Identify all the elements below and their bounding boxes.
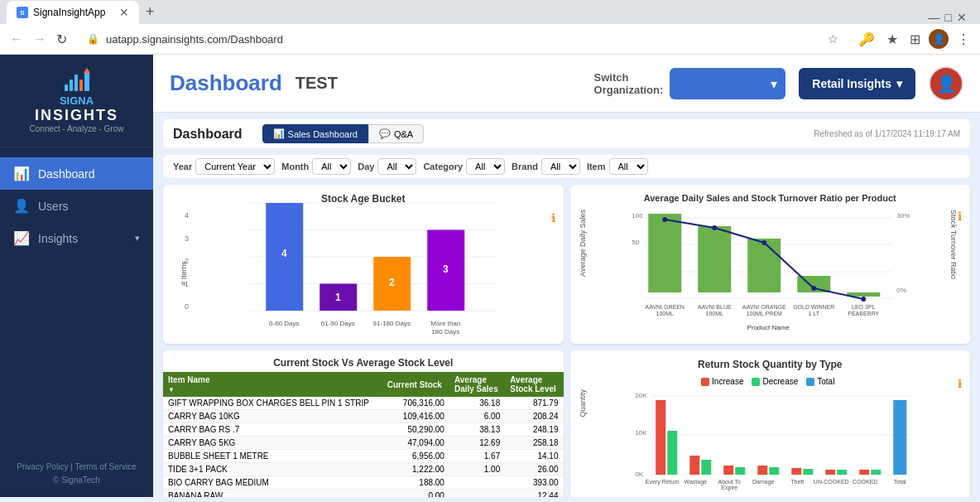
legend-total-label: Total bbox=[817, 377, 834, 386]
chart2-info-icon[interactable]: ℹ bbox=[958, 210, 962, 223]
refresh-button[interactable]: ↻ bbox=[53, 30, 70, 49]
category-label: Category bbox=[423, 162, 463, 171]
legend-total-icon bbox=[806, 378, 814, 386]
main-header: Dashboard TEST SwitchOrganization: ▾ Ret… bbox=[153, 55, 980, 113]
star-icon[interactable]: ☆ bbox=[828, 32, 838, 46]
day-select[interactable]: All bbox=[377, 158, 416, 175]
svg-rect-55 bbox=[689, 456, 699, 475]
cell-item-name: BANANA RAW bbox=[163, 490, 382, 498]
profile-button[interactable]: 👤 bbox=[929, 29, 949, 49]
sidebar-item-dashboard[interactable]: 📊 Dashboard bbox=[0, 157, 153, 190]
svg-text:PEABERRY: PEABERRY bbox=[848, 311, 879, 316]
retail-insights-button[interactable]: Retail Insights ▾ bbox=[799, 68, 915, 99]
sidebar-item-users[interactable]: 👤 Users bbox=[0, 190, 153, 222]
bookmark-button[interactable]: ★ bbox=[883, 30, 901, 49]
cell-avg: 26.00 bbox=[505, 463, 563, 476]
table-row: BIO CARRY BAG MEDIUM 188.00 393.00 bbox=[163, 476, 564, 490]
tab-qna-label: Q&A bbox=[394, 129, 413, 139]
day-filter: Day All bbox=[358, 158, 416, 175]
svg-text:AAVNI ORANGE: AAVNI ORANGE bbox=[742, 304, 785, 310]
bottom-row: Current Stock Vs Average Stock Level Ite… bbox=[163, 350, 970, 497]
maximize-button[interactable]: □ bbox=[945, 11, 952, 24]
svg-text:0%: 0% bbox=[896, 287, 906, 294]
app-wrapper: SIGNA INSIGHTS Connect - Analyze - Grow … bbox=[0, 55, 980, 497]
year-filter: Year Current Year bbox=[173, 158, 275, 175]
privacy-policy-link[interactable]: Privacy Policy bbox=[17, 462, 68, 471]
svg-text:4: 4 bbox=[281, 248, 287, 259]
users-icon: 👤 bbox=[13, 198, 30, 214]
svg-text:2: 2 bbox=[389, 277, 395, 288]
tab-view-button[interactable]: ⊞ bbox=[906, 30, 924, 49]
svg-text:61-90 Days: 61-90 Days bbox=[321, 320, 355, 327]
svg-text:100ML: 100ML bbox=[656, 311, 674, 316]
category-select[interactable]: All bbox=[466, 158, 505, 175]
cell-daily: 1.67 bbox=[449, 450, 505, 463]
address-bar[interactable]: 🔒 uatapp.signainsights.com/Dashboard ☆ bbox=[77, 27, 848, 51]
chart2-svg: 100 50 30% 0% bbox=[590, 210, 947, 330]
svg-text:100: 100 bbox=[632, 212, 643, 220]
tab-close-button[interactable]: ✕ bbox=[119, 6, 129, 19]
chart1-info-icon[interactable]: ℹ bbox=[551, 211, 555, 224]
user-avatar[interactable]: 👤 bbox=[929, 66, 963, 101]
sidebar-item-insights-label: Insights bbox=[38, 232, 78, 245]
item-label: Item bbox=[587, 162, 606, 171]
sidebar-item-insights[interactable]: 📈 Insights ▾ bbox=[0, 222, 153, 254]
cell-item-name: CARRY BAG 10KG bbox=[163, 410, 382, 423]
avg-sales-chart-card: Average Daily Sales and Stock Turnover R… bbox=[570, 185, 971, 344]
svg-text:Wastage: Wastage bbox=[684, 479, 706, 485]
sidebar-item-dashboard-label: Dashboard bbox=[38, 167, 95, 181]
cell-daily: 12.69 bbox=[449, 437, 505, 450]
extensions-button[interactable]: 🔑 bbox=[855, 30, 878, 49]
tab-qna[interactable]: 💬 Q&A bbox=[368, 124, 424, 143]
cell-daily bbox=[449, 490, 505, 498]
return-stock-chart-card: Return Stock Quantity by Type ℹ Increase… bbox=[570, 350, 971, 497]
tab-title: SignaInsightApp bbox=[33, 7, 105, 18]
org-select-dropdown[interactable] bbox=[670, 68, 785, 99]
svg-text:AAVNI BLUE: AAVNI BLUE bbox=[697, 304, 731, 310]
svg-rect-59 bbox=[757, 466, 767, 475]
chart3-info-icon[interactable]: ℹ bbox=[958, 377, 962, 390]
svg-text:30%: 30% bbox=[896, 212, 910, 220]
new-tab-button[interactable]: + bbox=[139, 0, 161, 24]
year-label: Year bbox=[173, 162, 192, 171]
svg-rect-53 bbox=[656, 400, 665, 475]
dashboard-area: Dashboard 📊 Sales Dashboard 💬 Q&A Refres… bbox=[153, 113, 980, 497]
tab-sales-dashboard[interactable]: 📊 Sales Dashboard bbox=[262, 124, 368, 143]
day-label: Day bbox=[358, 162, 374, 171]
svg-text:Theft: Theft bbox=[790, 479, 804, 485]
item-select[interactable]: All bbox=[609, 158, 648, 175]
retail-insights-label: Retail Insights bbox=[812, 77, 891, 90]
cell-current: 47,094.00 bbox=[382, 437, 449, 450]
refresh-text: Refreshed as of 1/17/2024 11:19:17 AM bbox=[814, 129, 960, 138]
svg-rect-28 bbox=[747, 239, 781, 292]
active-tab[interactable]: S SignaInsightApp ✕ bbox=[7, 1, 139, 24]
svg-rect-58 bbox=[735, 467, 745, 475]
svg-text:LEO 3PL: LEO 3PL bbox=[852, 304, 876, 310]
col-current-stock: Current Stock bbox=[382, 372, 449, 397]
svg-text:0-60 Days: 0-60 Days bbox=[269, 320, 299, 327]
svg-text:180 Days: 180 Days bbox=[431, 328, 459, 335]
forward-button[interactable]: → bbox=[30, 30, 50, 48]
minimize-button[interactable]: — bbox=[929, 11, 940, 24]
filter-bar-title: Dashboard bbox=[173, 127, 243, 142]
month-select[interactable]: All bbox=[312, 158, 351, 175]
cell-avg: 871.79 bbox=[505, 397, 563, 410]
menu-button[interactable]: ⋮ bbox=[954, 30, 973, 49]
cell-item-name: CARRY BAG 5KG bbox=[163, 437, 382, 450]
back-button[interactable]: ← bbox=[7, 30, 26, 48]
svg-text:20K: 20K bbox=[635, 392, 647, 399]
toolbar-icons: 🔑 ★ ⊞ 👤 ⋮ bbox=[855, 29, 973, 49]
svg-text:About To: About To bbox=[718, 479, 741, 485]
main-content: Dashboard TEST SwitchOrganization: ▾ Ret… bbox=[153, 55, 980, 497]
svg-text:Damage: Damage bbox=[752, 479, 775, 485]
brand-select[interactable]: All bbox=[541, 158, 580, 175]
svg-rect-63 bbox=[825, 470, 835, 475]
stock-table-card: Current Stock Vs Average Stock Level Ite… bbox=[163, 350, 564, 497]
cell-current: 188.00 bbox=[382, 476, 449, 490]
year-select[interactable]: Current Year bbox=[195, 158, 275, 175]
close-button[interactable]: ✕ bbox=[957, 11, 967, 24]
col-item-name: Item Name▼ bbox=[163, 372, 382, 397]
svg-point-32 bbox=[712, 225, 717, 230]
terms-link[interactable]: Terms of Service bbox=[74, 462, 136, 471]
chart3-body: Quantity 20K 10K 0K bbox=[579, 389, 958, 497]
